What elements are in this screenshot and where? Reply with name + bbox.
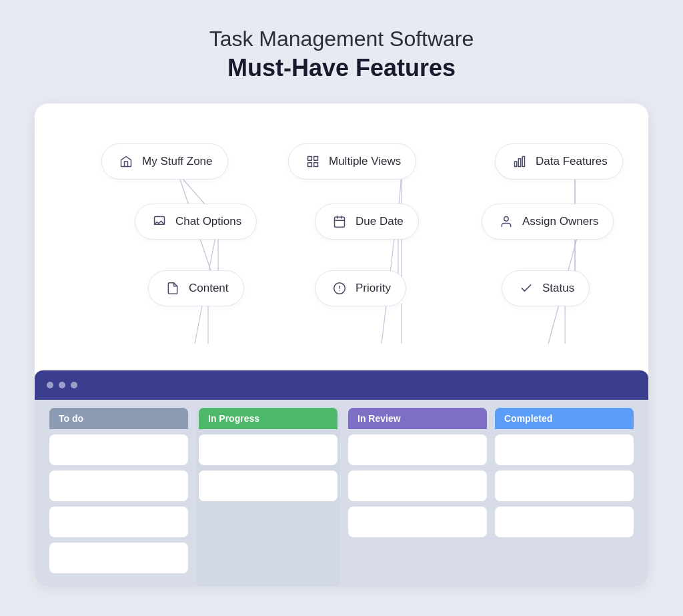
- house-icon: [117, 152, 135, 171]
- task-card[interactable]: [199, 434, 337, 465]
- priority-label: Priority: [356, 282, 391, 295]
- alert-icon: [330, 279, 349, 298]
- assign-owners-label: Assign Owners: [522, 215, 598, 228]
- task-card[interactable]: [495, 434, 634, 465]
- task-card[interactable]: [49, 471, 188, 501]
- features-area: My Stuff Zone Multiple Views: [61, 130, 622, 370]
- task-card[interactable]: [348, 507, 487, 537]
- pill-due-date[interactable]: Due Date: [315, 204, 419, 240]
- col-inprogress-header: In Progress: [199, 408, 337, 429]
- task-card[interactable]: [348, 471, 487, 501]
- svg-rect-15: [308, 157, 312, 161]
- data-features-label: Data Features: [536, 155, 608, 168]
- column-completed: Completed: [495, 408, 634, 587]
- pill-data-features[interactable]: Data Features: [495, 143, 623, 180]
- multiple-views-label: Multiple Views: [329, 155, 401, 168]
- person-icon: [497, 212, 516, 231]
- page-wrapper: Task Management Software Must-Have Featu…: [0, 0, 683, 616]
- main-card: My Stuff Zone Multiple Views: [35, 103, 648, 587]
- task-card[interactable]: [199, 471, 337, 501]
- header-subtitle: Task Management Software: [209, 27, 474, 51]
- svg-rect-18: [314, 163, 318, 167]
- header-title: Must-Have Features: [209, 54, 474, 82]
- due-date-label: Due Date: [356, 215, 404, 228]
- dot-3: [71, 382, 77, 388]
- pill-my-stuff[interactable]: My Stuff Zone: [101, 143, 228, 180]
- pill-status[interactable]: Status: [502, 270, 590, 306]
- svg-rect-21: [522, 157, 524, 167]
- header-section: Task Management Software Must-Have Featu…: [209, 27, 474, 82]
- check-icon: [517, 279, 536, 298]
- task-card[interactable]: [49, 434, 188, 465]
- bar-chart-icon: [510, 152, 529, 171]
- calendar-icon: [330, 212, 349, 231]
- task-card[interactable]: [49, 543, 188, 573]
- column-inprogress: In Progress: [196, 408, 340, 587]
- chat-options-label: Chat Options: [175, 215, 241, 228]
- pill-multiple-views[interactable]: Multiple Views: [288, 143, 416, 180]
- file-icon: [163, 279, 182, 298]
- task-card[interactable]: [495, 471, 634, 501]
- status-label: Status: [542, 282, 574, 295]
- svg-rect-23: [335, 217, 345, 227]
- pill-content[interactable]: Content: [148, 270, 244, 306]
- board-columns: To do In Progress In Review: [35, 400, 648, 587]
- pill-priority[interactable]: Priority: [315, 270, 406, 306]
- svg-rect-20: [518, 159, 520, 167]
- dot-2: [59, 382, 65, 388]
- task-card[interactable]: [495, 507, 634, 537]
- task-card[interactable]: [49, 507, 188, 537]
- svg-rect-16: [314, 157, 318, 161]
- grid-icon: [303, 152, 322, 171]
- dot-1: [47, 382, 53, 388]
- svg-rect-19: [515, 162, 517, 167]
- column-inreview: In Review: [348, 408, 487, 587]
- board-header-bar: [35, 370, 648, 400]
- content-label: Content: [189, 282, 229, 295]
- board-area: To do In Progress In Review: [35, 370, 648, 587]
- pill-assign-owners[interactable]: Assign Owners: [482, 204, 614, 240]
- svg-rect-17: [308, 163, 312, 167]
- column-todo: To do: [49, 408, 188, 587]
- my-stuff-label: My Stuff Zone: [142, 155, 213, 168]
- svg-point-27: [504, 217, 509, 222]
- message-icon: [150, 212, 169, 231]
- col-inreview-header: In Review: [348, 408, 487, 429]
- col-completed-header: Completed: [495, 408, 634, 429]
- task-card[interactable]: [348, 434, 487, 465]
- pill-chat-options[interactable]: Chat Options: [135, 204, 257, 240]
- col-todo-header: To do: [49, 408, 188, 429]
